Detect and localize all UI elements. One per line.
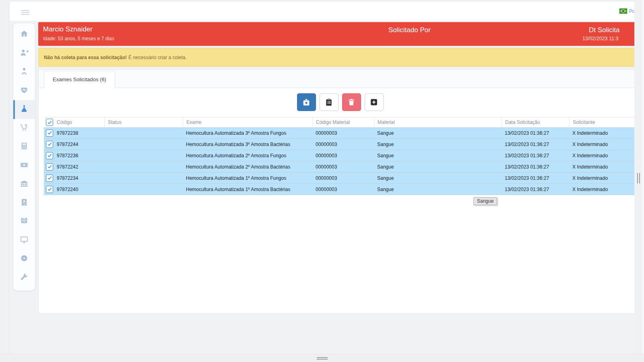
column-header[interactable]: Solicitante bbox=[569, 117, 634, 127]
tab-label: Exames Solicitados (6) bbox=[53, 76, 106, 82]
sidebar-item-bank[interactable] bbox=[13, 175, 35, 194]
book-open-icon bbox=[20, 216, 29, 227]
cell-codigo-material: 00000003 bbox=[312, 161, 374, 172]
cell-solicitante: X Indeterminado bbox=[569, 128, 634, 138]
cell-status bbox=[104, 173, 183, 183]
plus-square-icon bbox=[369, 98, 378, 107]
delete-exam-button[interactable] bbox=[342, 93, 361, 111]
gear-icon bbox=[20, 254, 29, 264]
cell-material: Sangue bbox=[374, 139, 502, 150]
cell-exame: Hemocultura Automatizada 3º Amostra Fung… bbox=[183, 128, 312, 138]
desktop-icon bbox=[20, 235, 29, 246]
cell-data-solicitacao: 13/02/2023 01:36:27 bbox=[502, 139, 569, 150]
column-header[interactable]: Exame bbox=[183, 117, 312, 127]
table-header-row: CódigoStatusExameCódigo MaterialMaterial… bbox=[44, 117, 634, 128]
table-row[interactable]: 97872242Hemocultura Automatizada 2º Amos… bbox=[44, 161, 634, 173]
add-exam-button[interactable] bbox=[365, 93, 384, 111]
cell-material: Sangue bbox=[374, 173, 502, 183]
doctor-icon bbox=[20, 67, 29, 77]
row-select-cell bbox=[44, 139, 55, 150]
row-select-cell bbox=[44, 173, 55, 183]
tab-bar: Exames Solicitados (6) bbox=[39, 70, 634, 88]
cell-codigo-material: 00000003 bbox=[312, 150, 374, 161]
row-checkbox[interactable] bbox=[46, 130, 53, 137]
language-label: Port bbox=[629, 8, 634, 14]
cell-codigo: 97872244 bbox=[55, 139, 104, 150]
cell-solicitante: X Indeterminado bbox=[569, 139, 634, 150]
vertical-resize-handle[interactable] bbox=[637, 173, 641, 183]
row-select-cell bbox=[44, 128, 55, 138]
table-row[interactable]: 97872234Hemocultura Automatizada 1º Amos… bbox=[44, 173, 634, 184]
select-all-checkbox[interactable] bbox=[46, 119, 53, 126]
column-header[interactable]: Status bbox=[104, 117, 183, 127]
row-checkbox[interactable] bbox=[46, 186, 53, 193]
bottom-resize-strip bbox=[0, 354, 644, 362]
app-viewport: Port 1 Marcio Sznaider Idade: 53 anos, 5… bbox=[10, 2, 634, 354]
exam-list-button[interactable] bbox=[320, 93, 339, 111]
cart-plus-icon bbox=[20, 123, 29, 134]
brazil-flag-icon bbox=[619, 8, 627, 14]
sidebar-item-billing-calc[interactable] bbox=[13, 138, 35, 156]
table-row[interactable]: 97872240Hemocultura Automatizada 1º Amos… bbox=[44, 184, 634, 195]
cell-codigo: 97872234 bbox=[55, 173, 104, 183]
cell-exame: Hemocultura Automatizada 2º Amostra Fung… bbox=[183, 150, 312, 161]
money-bill-icon: 1 bbox=[20, 160, 29, 171]
sidebar-item-workstation[interactable] bbox=[13, 231, 35, 250]
cell-codigo: 97872238 bbox=[55, 128, 104, 138]
cell-solicitante: X Indeterminado bbox=[569, 161, 634, 172]
table-row[interactable]: 97872244Hemocultura Automatizada 3º Amos… bbox=[44, 139, 634, 150]
flask-icon bbox=[20, 104, 29, 115]
sidebar-item-tools[interactable] bbox=[13, 269, 35, 288]
medical-kit-icon bbox=[302, 98, 311, 107]
no-collection-warning: Não há coleta para essa solicitação! É n… bbox=[38, 48, 634, 67]
sidebar-item-catalog[interactable] bbox=[13, 212, 35, 231]
exam-toolbar bbox=[39, 93, 634, 111]
sidebar-item-lab-exams[interactable] bbox=[13, 100, 35, 119]
request-date-label: Dt Solicita bbox=[589, 26, 620, 34]
sidebar-item-doctor[interactable] bbox=[13, 63, 35, 82]
select-all-cell bbox=[44, 117, 55, 127]
sidebar-item-home[interactable] bbox=[13, 25, 35, 44]
sidebar-item-health[interactable] bbox=[13, 82, 35, 101]
column-header[interactable]: Código bbox=[55, 117, 104, 127]
row-checkbox[interactable] bbox=[46, 141, 53, 148]
sidebar-item-settings[interactable] bbox=[13, 250, 35, 269]
sidebar-item-add-patient[interactable] bbox=[13, 44, 35, 63]
cell-data-solicitacao: 13/02/2023 01:36:27 bbox=[502, 184, 569, 195]
cell-codigo-material: 00000003 bbox=[312, 173, 374, 183]
cell-exame: Hemocultura Automatizada 2º Amostra Bact… bbox=[183, 161, 312, 172]
table-row[interactable]: 97872238Hemocultura Automatizada 3º Amos… bbox=[44, 128, 634, 139]
hamburger-icon[interactable] bbox=[21, 10, 29, 15]
cell-status bbox=[104, 184, 183, 195]
create-collection-button[interactable] bbox=[297, 93, 316, 111]
column-header[interactable]: Material bbox=[374, 117, 502, 127]
clipboard-list-icon bbox=[324, 98, 333, 107]
row-checkbox[interactable] bbox=[46, 152, 53, 159]
horizontal-resize-handle[interactable] bbox=[317, 357, 328, 360]
row-checkbox[interactable] bbox=[46, 175, 53, 182]
sidebar-item-orders[interactable] bbox=[13, 119, 35, 138]
exams-table: CódigoStatusExameCódigo MaterialMaterial… bbox=[44, 117, 634, 195]
sidebar-item-finance[interactable]: 1 bbox=[13, 156, 35, 175]
row-select-cell bbox=[44, 150, 55, 161]
cell-status bbox=[104, 128, 183, 138]
table-row[interactable]: 97872236Hemocultura Automatizada 2º Amos… bbox=[44, 150, 634, 161]
cell-material: Sangue bbox=[374, 150, 502, 161]
patient-banner: Marcio Sznaider Idade: 53 anos, 5 meses … bbox=[38, 22, 634, 46]
cell-exame: Hemocultura Automatizada 3º Amostra Bact… bbox=[183, 139, 312, 150]
language-selector[interactable]: Port bbox=[619, 8, 634, 14]
sidebar-item-hospital[interactable] bbox=[13, 194, 35, 213]
row-select-cell bbox=[44, 161, 55, 172]
cell-material: Sangue bbox=[374, 184, 502, 195]
bank-icon bbox=[20, 179, 29, 189]
cell-codigo-material: 00000003 bbox=[312, 128, 374, 138]
user-plus-icon bbox=[20, 48, 29, 59]
warning-bold-text: Não há coleta para essa solicitação! bbox=[44, 55, 127, 60]
cell-codigo-material: 00000003 bbox=[312, 184, 374, 195]
row-checkbox[interactable] bbox=[46, 163, 53, 171]
column-header[interactable]: Código Material bbox=[312, 117, 374, 127]
tab-exames-solicitados[interactable]: Exames Solicitados (6) bbox=[44, 71, 115, 88]
column-header[interactable]: Data Solicitação bbox=[502, 117, 569, 127]
cell-codigo: 97872242 bbox=[55, 161, 104, 172]
sidebar: 1 bbox=[13, 23, 35, 290]
